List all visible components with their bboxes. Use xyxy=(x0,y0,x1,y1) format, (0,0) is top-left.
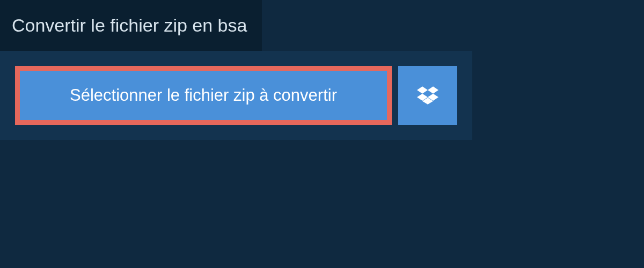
button-row: Sélectionner le fichier zip à convertir xyxy=(15,66,457,125)
dropbox-button[interactable] xyxy=(398,66,457,125)
page-title: Convertir le fichier zip en bsa xyxy=(0,0,262,51)
page-title-text: Convertir le fichier zip en bsa xyxy=(12,15,247,35)
upload-panel: Sélectionner le fichier zip à convertir xyxy=(0,51,472,140)
dropbox-icon xyxy=(417,85,438,106)
select-file-label: Sélectionner le fichier zip à convertir xyxy=(70,86,337,105)
select-file-button[interactable]: Sélectionner le fichier zip à convertir xyxy=(15,66,392,125)
